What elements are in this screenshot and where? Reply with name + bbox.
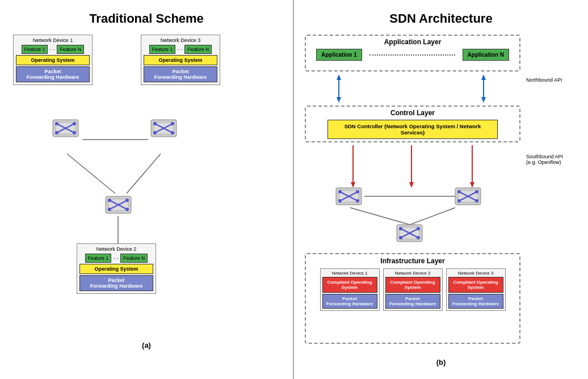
traditional-scheme-panel: Traditional Scheme Network Device 1 Feat… <box>0 0 294 379</box>
sdn-caption: (b) <box>436 358 446 367</box>
southbound-arrows <box>305 142 520 188</box>
sdn-title: SDN Architecture <box>389 11 492 26</box>
svg-marker-29 <box>337 74 341 80</box>
trad-device1-feat1: Feature 1 <box>22 45 48 54</box>
trad-device3-featN: Feature N <box>184 45 212 54</box>
southbound-api-label: Southbound API (e.g. Openflow) <box>526 154 563 165</box>
infra-device2-os: Compliant Operating System <box>385 277 440 293</box>
control-layer-label: Control Layer <box>390 109 435 117</box>
svg-marker-30 <box>337 97 341 103</box>
infra-device2: Network Device 2 Compliant Operating Sys… <box>383 268 443 311</box>
infra-device1: Network Device 1 Compliant Operating Sys… <box>320 268 380 311</box>
svg-point-66 <box>399 236 402 239</box>
svg-point-9 <box>73 122 76 125</box>
svg-marker-33 <box>481 97 486 103</box>
svg-point-7 <box>55 122 58 125</box>
svg-point-23 <box>108 199 111 202</box>
trad-device1-label: Network Device 1 <box>16 37 90 43</box>
svg-point-26 <box>108 208 111 211</box>
sdn-architecture-panel: SDN Architecture Application Layer Appli… <box>294 0 588 379</box>
sdn-controller-box: SDN Controller (Network Operating System… <box>327 120 498 139</box>
trad-caption: (a) <box>142 341 151 349</box>
infra-device3-hw: PacketForwarding Hardware <box>448 294 503 309</box>
infra-device1-hw: PacketForwarding Hardware <box>322 294 377 309</box>
trad-device1-dots: · · <box>49 45 56 54</box>
infra-device1-os: Compliant Operating System <box>322 277 377 293</box>
trad-device3-os: Operating System <box>144 55 217 65</box>
trad-device2-dots: · · <box>112 254 119 263</box>
svg-point-65 <box>417 227 420 230</box>
trad-device3-feat1: Feature 1 <box>149 45 175 54</box>
trad-device2-box: Network Device 2 Feature 1 · · Feature N… <box>77 243 156 294</box>
trad-device2-feat1: Feature 1 <box>85 254 111 263</box>
trad-device2-featN: Feature N <box>120 254 148 263</box>
svg-point-16 <box>171 131 174 134</box>
sdn-diagram: Application Layer Application 1 Applicat… <box>302 35 580 369</box>
trad-router2-icon <box>148 117 179 140</box>
infra-device1-label: Network Device 1 <box>322 271 377 276</box>
infra-device3-os: Compliant Operating System <box>448 277 503 293</box>
svg-marker-32 <box>481 74 486 80</box>
svg-point-64 <box>417 236 420 239</box>
northbound-api-label: Northbound API <box>526 77 562 83</box>
trad-device3-hw: PacketForwarding Hardware <box>144 66 217 82</box>
svg-point-10 <box>55 131 58 134</box>
trad-device3-box: Network Device 3 Feature 1 · · Feature N… <box>141 35 220 85</box>
infra-layer-box: Infrastructure Layer Network Device 1 Co… <box>305 253 520 344</box>
control-layer-box: Control Layer SDN Controller (Network Op… <box>305 106 520 142</box>
trad-device1-os: Operating System <box>16 55 90 65</box>
trad-device2-label: Network Device 2 <box>79 246 153 252</box>
trad-device1-featN: Feature N <box>57 45 84 54</box>
trad-device2-os: Operating System <box>79 264 153 274</box>
app-layer-box: Application Layer Application 1 Applicat… <box>305 35 520 71</box>
infra-device2-hw: PacketForwarding Hardware <box>385 294 440 309</box>
trad-device3-label: Network Device 3 <box>144 37 217 43</box>
svg-point-24 <box>125 208 129 211</box>
infra-device2-label: Network Device 2 <box>385 271 440 276</box>
trad-router3-icon <box>103 193 134 216</box>
app1-box: Application 1 <box>316 49 362 61</box>
traditional-title: Traditional Scheme <box>89 11 204 26</box>
svg-point-63 <box>399 227 402 230</box>
trad-router1-icon <box>50 117 81 140</box>
sdn-router-bottom <box>394 222 425 245</box>
svg-point-8 <box>73 131 76 134</box>
infra-device3: Network Device 3 Compliant Operating Sys… <box>446 268 506 311</box>
infra-layer-label: Infrastructure Layer <box>380 257 444 265</box>
northbound-arrows <box>305 71 520 106</box>
traditional-diagram: Network Device 1 Feature 1 · · Feature N… <box>7 35 285 352</box>
trad-device1-box: Network Device 1 Feature 1 · · Feature N… <box>13 35 93 85</box>
svg-point-17 <box>171 122 174 125</box>
trad-device3-dots: · · <box>177 45 183 54</box>
app-layer-label: Application Layer <box>384 38 442 46</box>
svg-point-15 <box>153 122 157 125</box>
svg-point-18 <box>153 131 157 134</box>
trad-device1-hw: PacketForwarding Hardware <box>16 66 90 82</box>
appN-box: Application N <box>463 49 509 61</box>
infra-device3-label: Network Device 3 <box>448 271 503 276</box>
svg-line-1 <box>67 154 115 193</box>
svg-line-2 <box>127 154 161 193</box>
svg-point-25 <box>125 199 129 202</box>
trad-device2-hw: PacketForwarding Hardware <box>79 275 153 291</box>
